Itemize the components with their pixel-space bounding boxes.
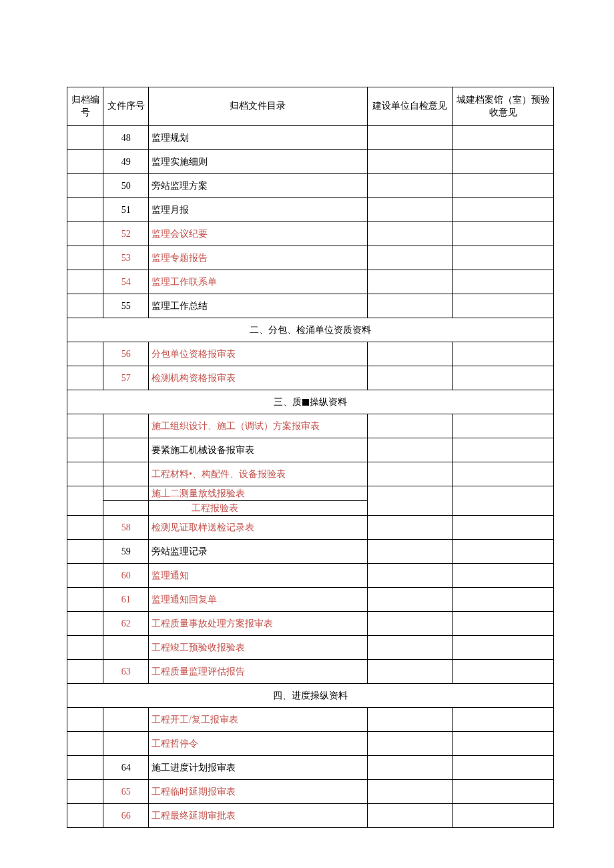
- archive-no-cell: [67, 126, 103, 150]
- archive-no-cell: [67, 486, 103, 516]
- section-header-row: 二、分包、检涌单位资质资料: [67, 318, 554, 342]
- city-check-cell: [452, 732, 553, 756]
- self-check-cell: [367, 150, 452, 174]
- self-check-cell: [367, 222, 452, 246]
- city-check-cell: [452, 462, 553, 486]
- file-seq-cell: [103, 486, 149, 501]
- city-check-cell: [452, 564, 553, 588]
- file-seq-cell: 64: [103, 756, 149, 780]
- city-check-cell: [452, 588, 553, 612]
- file-seq-cell: 63: [103, 660, 149, 684]
- self-check-cell: [367, 174, 452, 198]
- archive-no-cell: [67, 780, 103, 804]
- self-check-cell: [367, 126, 452, 150]
- header-city-check: 城建档案馆（室）预验收意见: [452, 87, 553, 126]
- file-name-cell: 工程竣工预验收报验表: [148, 636, 367, 660]
- city-check-cell: [452, 150, 553, 174]
- file-name-cell: 工程开工/复工报审表: [148, 708, 367, 732]
- file-seq-cell: [103, 732, 149, 756]
- file-name-cell: 监理实施细则: [148, 150, 367, 174]
- archive-no-cell: [67, 438, 103, 462]
- file-seq-cell: [103, 462, 149, 486]
- file-seq-cell: 55: [103, 294, 149, 318]
- city-check-cell: [452, 174, 553, 198]
- table-row: 51监理月报: [67, 198, 554, 222]
- self-check-cell: [367, 540, 452, 564]
- archive-no-cell: [67, 588, 103, 612]
- file-name-cell: 监理月报: [148, 198, 367, 222]
- table-row: 65工程临时延期报审表: [67, 780, 554, 804]
- self-check-cell: [367, 342, 452, 366]
- table-row: 52监理会议纪要: [67, 222, 554, 246]
- archive-no-cell: [67, 150, 103, 174]
- file-seq-cell: 62: [103, 612, 149, 636]
- archive-no-cell: [67, 660, 103, 684]
- header-archive-no: 归档编号: [67, 87, 103, 126]
- table-row: 64施工进度计划报审表: [67, 756, 554, 780]
- file-seq-cell: 49: [103, 150, 149, 174]
- section-header-cell: 四、进度操纵资料: [67, 684, 554, 708]
- city-check-cell: [452, 366, 553, 390]
- table-row: 49监理实施细则: [67, 150, 554, 174]
- file-name-cell: 旁站监理记录: [148, 540, 367, 564]
- file-seq-cell: 50: [103, 174, 149, 198]
- file-seq-cell: 57: [103, 366, 149, 390]
- block-icon: [302, 399, 309, 406]
- file-seq-cell: 59: [103, 540, 149, 564]
- table-row: 施工组织设计、施工（调试）方案报审表: [67, 414, 554, 438]
- file-seq-cell: 52: [103, 222, 149, 246]
- file-name-cell: 监理工作联系单: [148, 270, 367, 294]
- self-check-cell: [367, 270, 452, 294]
- header-self-check: 建设单位自检意见: [367, 87, 452, 126]
- city-check-cell: [452, 222, 553, 246]
- archive-no-cell: [67, 366, 103, 390]
- archive-no-cell: [67, 222, 103, 246]
- city-check-cell: [452, 612, 553, 636]
- table-row: 54监理工作联系单: [67, 270, 554, 294]
- self-check-cell: [367, 198, 452, 222]
- self-check-cell: [367, 438, 452, 462]
- city-check-cell: [452, 540, 553, 564]
- archive-no-cell: [67, 294, 103, 318]
- table-row: 57检测机构资格报审表: [67, 366, 554, 390]
- city-check-cell: [452, 804, 553, 828]
- section-header-row: 四、进度操纵资料: [67, 684, 554, 708]
- self-check-cell: [367, 294, 452, 318]
- table-row: 59旁站监理记录: [67, 540, 554, 564]
- city-check-cell: [452, 270, 553, 294]
- archive-no-cell: [67, 342, 103, 366]
- file-name-cell: 工程质量监理评估报告: [148, 660, 367, 684]
- file-seq-cell: 66: [103, 804, 149, 828]
- file-name-cell: 要紧施工机械设备报审表: [148, 438, 367, 462]
- self-check-cell: [367, 636, 452, 660]
- city-check-cell: [452, 660, 553, 684]
- file-name-cell: 工程质量事故处理方案报审表: [148, 612, 367, 636]
- file-name-cell: 监理通知回复单: [148, 588, 367, 612]
- table-row: 工程材料•、构配件、设备报验表: [67, 462, 554, 486]
- archive-file-table: 归档编号 文件序号 归档文件目录 建设单位自检意见 城建档案馆（室）预验收意见 …: [67, 87, 554, 828]
- file-name-cell: 旁站监理方案: [148, 174, 367, 198]
- table-row: 62工程质量事故处理方案报审表: [67, 612, 554, 636]
- self-check-cell: [367, 708, 452, 732]
- table-row: 58检测见证取样送检记录表: [67, 516, 554, 540]
- archive-no-cell: [67, 270, 103, 294]
- file-name-cell: 工程临时延期报审表: [148, 780, 367, 804]
- file-name-cell: 监理通知: [148, 564, 367, 588]
- table-row: 工程哲停令: [67, 732, 554, 756]
- city-check-cell: [452, 756, 553, 780]
- archive-no-cell: [67, 198, 103, 222]
- archive-no-cell: [67, 414, 103, 438]
- archive-no-cell: [67, 612, 103, 636]
- file-name-cell: 施工组织设计、施工（调试）方案报审表: [148, 414, 367, 438]
- file-seq-cell: 53: [103, 246, 149, 270]
- self-check-cell: [367, 732, 452, 756]
- file-name-cell: 检测机构资格报审表: [148, 366, 367, 390]
- file-name-cell: 监理规划: [148, 126, 367, 150]
- self-check-cell: [367, 564, 452, 588]
- table-row: 55监理工作总结: [67, 294, 554, 318]
- section-header-cell: 三、质操纵资料: [67, 390, 554, 414]
- city-check-cell: [452, 636, 553, 660]
- file-seq-cell: 60: [103, 564, 149, 588]
- archive-no-cell: [67, 462, 103, 486]
- city-check-cell: [452, 126, 553, 150]
